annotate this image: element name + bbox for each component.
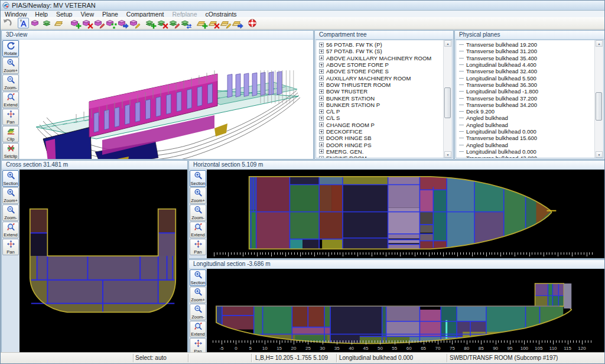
plane-item[interactable]: Angled bulkhead	[456, 141, 594, 148]
tool-zoom-button[interactable]: Zoom-	[2, 204, 19, 221]
scrollbar-thumb[interactable]	[596, 92, 602, 121]
tool-zoom-button[interactable]: Zoom-	[190, 304, 206, 320]
expand-plus-icon[interactable]	[319, 89, 324, 94]
cross-section-canvas[interactable]	[19, 170, 187, 353]
annotate-text-button[interactable]	[18, 18, 29, 28]
expand-plus-icon[interactable]	[319, 82, 324, 87]
compartment-add-button[interactable]	[69, 18, 80, 28]
expand-plus-icon[interactable]	[319, 56, 324, 60]
expand-plus-icon[interactable]	[319, 96, 324, 100]
tool-zoom-button[interactable]: Zoom+	[190, 287, 206, 303]
tool-extend-button[interactable]: Extend	[190, 222, 206, 238]
tool-zoom-button[interactable]: Zoom-	[190, 204, 206, 221]
compartment-edit-button[interactable]	[93, 18, 104, 28]
plane-item[interactable]: Transverse bulkhead 34.200	[456, 102, 594, 108]
menu-plane[interactable]: Plane	[98, 11, 122, 18]
scroll-up-icon[interactable]: ▲	[444, 40, 451, 47]
expand-plus-icon[interactable]	[319, 149, 324, 154]
longitudinal-section-canvas[interactable]: -505101520253035404550556065707580859095…	[207, 269, 604, 353]
expand-plus-icon[interactable]	[319, 136, 324, 141]
subcompartment-button[interactable]	[41, 18, 53, 28]
plane-item[interactable]: Deck 9.200	[456, 108, 594, 115]
expand-plus-icon[interactable]	[319, 116, 324, 121]
menu-window[interactable]: Window	[1, 11, 31, 18]
tool-zoom-button[interactable]: Zoom+	[190, 187, 206, 204]
compartment-tree-scrollbar[interactable]: ▲ ▼	[443, 40, 452, 158]
tree-item[interactable]: BUNKER STATION	[316, 95, 443, 101]
subcompartment-add-button[interactable]	[144, 18, 155, 28]
compartment-points-button[interactable]	[105, 18, 116, 28]
tool-section-button[interactable]: Section	[190, 170, 206, 187]
tool-extend-button[interactable]: Extend	[190, 321, 206, 337]
expand-plus-icon[interactable]	[319, 69, 324, 74]
horizontal-section-canvas[interactable]	[207, 170, 604, 258]
expand-plus-icon[interactable]	[319, 129, 324, 134]
expand-plus-icon[interactable]	[319, 43, 324, 47]
plane-item[interactable]: Transverse bulkhead 37.200	[456, 95, 594, 101]
tree-item[interactable]: ABOVE AUXILLARY MACHINERY ROOM	[316, 55, 443, 61]
plane-item[interactable]: Transverse bulkhead 19.200	[456, 41, 594, 48]
compartment-rename-button[interactable]	[128, 18, 139, 28]
plane-edit-button[interactable]	[219, 18, 230, 28]
tree-item[interactable]: BOW THRUSTER ROOM	[316, 82, 443, 88]
tool-zoom-button[interactable]: Zoom-	[2, 74, 19, 91]
tree-item[interactable]: C/L P	[316, 108, 443, 115]
subcompartment-delete-button[interactable]	[156, 18, 167, 28]
tool-clip-button[interactable]: Clip	[2, 126, 19, 142]
tree-item[interactable]: AUXILLARY MACHINERY ROOM	[316, 74, 443, 81]
expand-plus-icon[interactable]	[319, 122, 324, 127]
plane-item[interactable]: Longitudinal bulkhead 0.000	[456, 148, 594, 155]
compartment-move-button[interactable]	[116, 18, 128, 28]
expand-plus-icon[interactable]	[319, 156, 324, 158]
tree-item[interactable]: ENGINE ROOM	[316, 155, 443, 158]
tree-item[interactable]: CHANGE ROOM P	[316, 122, 443, 128]
tree-item[interactable]: ABOVE STORE FORE P	[316, 61, 443, 68]
plane-item[interactable]: Transverse bulkhead 32.400	[456, 68, 594, 74]
help-button[interactable]	[247, 18, 258, 28]
tool-extend-button[interactable]: Extend	[2, 222, 19, 238]
tree-item[interactable]: 56 POTAB. FW TK (P)	[316, 41, 443, 48]
plane-move-button[interactable]	[231, 18, 242, 28]
menu-help[interactable]: Help	[31, 11, 52, 18]
expand-plus-icon[interactable]	[319, 49, 324, 54]
plane-item[interactable]: Transverse bulkhead 36.300	[456, 82, 594, 88]
expand-plus-icon[interactable]	[319, 109, 324, 114]
plane-item[interactable]: Transverse bulkhead 31.200	[456, 48, 594, 54]
menu-view[interactable]: View	[76, 11, 98, 18]
tool-setclip-button[interactable]: Setclip	[2, 143, 19, 160]
tree-item[interactable]: DECKOFFICE	[316, 128, 443, 135]
plane-item[interactable]: Longitudinal bulkhead 5.500	[456, 74, 594, 81]
expand-plus-icon[interactable]	[319, 76, 324, 80]
tool-rotate-button[interactable]: Rotate	[2, 40, 19, 57]
tool-section-button[interactable]: Section	[190, 269, 206, 286]
scroll-down-icon[interactable]: ▼	[444, 151, 451, 158]
plane-item[interactable]: Longitudinal bulkhead -1.800	[456, 88, 594, 95]
tool-pan-button[interactable]: Pan	[2, 109, 19, 125]
tree-item[interactable]: EMERG. GEN.	[316, 148, 443, 155]
tree-item[interactable]: 57 POTAB. FW TK (S)	[316, 48, 443, 54]
subcompartment-swap-button[interactable]	[180, 18, 191, 28]
scroll-down-icon[interactable]: ▼	[596, 151, 603, 158]
tree-item[interactable]: BUNKER STATION P	[316, 102, 443, 108]
tool-zoom-button[interactable]: Zoom+	[2, 187, 19, 204]
menu-refplane[interactable]: Refplane	[168, 11, 201, 18]
compartment-delete-button[interactable]	[81, 18, 92, 28]
tool-section-button[interactable]: Section	[2, 170, 19, 187]
3d-view-canvas[interactable]	[19, 40, 313, 159]
tool-extend-button[interactable]: Extend	[2, 92, 19, 108]
plane-item[interactable]: Transverse bulkhead 43.800	[456, 155, 594, 158]
plane-item[interactable]: Angled bulkhead	[456, 115, 594, 121]
scroll-up-icon[interactable]: ▲	[596, 40, 603, 47]
expand-plus-icon[interactable]	[319, 142, 324, 147]
plane-add-button[interactable]	[196, 18, 207, 28]
plane-delete-button[interactable]	[207, 18, 219, 28]
plane-item[interactable]: Angled bulkhead	[456, 122, 594, 128]
physical-planes-scrollbar[interactable]: ▲ ▼	[594, 40, 603, 158]
plane-item[interactable]: Transverse bulkhead 15.600	[456, 135, 594, 141]
subcompartment-edit-button[interactable]	[168, 18, 179, 28]
plane-item[interactable]: Longitudinal bulkhead 4.400	[456, 61, 594, 68]
tree-item[interactable]: BOW TRUSTER	[316, 88, 443, 95]
tool-pan-button[interactable]: Pan	[2, 239, 19, 255]
expand-plus-icon[interactable]	[319, 63, 324, 67]
physical-plane-button[interactable]	[53, 18, 64, 28]
